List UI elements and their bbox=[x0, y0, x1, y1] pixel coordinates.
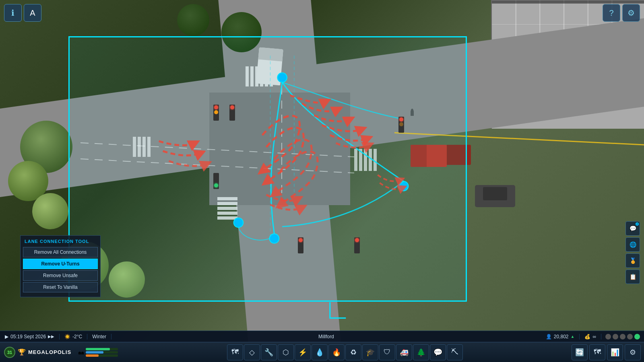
status-bar: ▶ 05:19 Sept 2026 ▶▶ ☀️ -2°C Winter Mill… bbox=[0, 331, 644, 342]
commercial-bar-bg bbox=[86, 351, 118, 354]
status-dot-4[interactable] bbox=[627, 334, 633, 339]
help-button[interactable]: ? bbox=[603, 4, 620, 22]
selection-box bbox=[68, 36, 467, 302]
achievements-icon: 🏅 bbox=[630, 257, 636, 264]
education-tool[interactable]: 🎓 bbox=[362, 344, 378, 360]
notification-badge: 2 bbox=[636, 222, 639, 226]
districts-tool[interactable]: ◇ bbox=[244, 344, 260, 360]
pop-icon: 🏘 bbox=[78, 349, 84, 356]
temperature-text: -2°C bbox=[72, 334, 82, 339]
residential-bar-bg bbox=[86, 348, 118, 350]
settings-top-button[interactable]: ⚙ bbox=[622, 4, 640, 22]
lane-tool-title: LANE CONNECTION TOOL bbox=[23, 239, 98, 244]
status-dot-1[interactable] bbox=[605, 334, 611, 339]
season-display: Winter bbox=[87, 334, 111, 339]
commercial-bar-fill bbox=[86, 351, 103, 354]
weather-display: ☀️ -2°C bbox=[60, 334, 87, 339]
industrial-bar-bg bbox=[86, 354, 118, 357]
main-toolbar: 🗺 ◇ 🔧 ⬡ ⚡ 💧 🔥 ♻ 🎓 🛡 🚑 🌲 💬 ⛏ bbox=[121, 344, 568, 360]
weather-icon: ☀️ bbox=[64, 334, 70, 339]
taskbar: 31 🏆 MEGALOPOLIS 🏘 🗺 ◇ 🔧 ⬡ ⚡ 💧 🔥 ♻ 🎓 🛡 bbox=[0, 342, 644, 362]
money-text: ∞ bbox=[592, 334, 596, 339]
city-name-text: Millford bbox=[318, 334, 334, 339]
level-number: 31 bbox=[4, 347, 15, 358]
notes-icon: 📋 bbox=[630, 274, 636, 280]
settings-tool[interactable]: ⚙ bbox=[625, 344, 641, 360]
residential-bar-fill bbox=[86, 348, 110, 350]
globe-button[interactable]: 🌐 bbox=[625, 237, 640, 252]
notification-icon: 💬 bbox=[630, 225, 636, 232]
status-dot-2[interactable] bbox=[613, 334, 618, 339]
city-name-label: MEGALOPOLIS bbox=[28, 349, 71, 355]
garbage-tool[interactable]: ♻ bbox=[345, 344, 361, 360]
map-tool[interactable]: 🗺 bbox=[589, 344, 605, 360]
remove-u-turns-button[interactable]: Remove U-Turns bbox=[23, 259, 98, 269]
status-dot-3[interactable] bbox=[620, 334, 625, 339]
stats-tool[interactable]: 📊 bbox=[607, 344, 623, 360]
city-level-badge: 31 🏆 MEGALOPOLIS bbox=[0, 347, 75, 358]
lane-connection-tool-panel: LANE CONNECTION TOOL Remove All Connecti… bbox=[20, 235, 101, 297]
person-icon: 👤 bbox=[546, 334, 552, 339]
top-left-controls: ℹ A bbox=[4, 4, 41, 22]
time-text: 05:19 Sept 2026 bbox=[10, 334, 46, 339]
right-toolbar: 🔄 🗺 📊 ⚙ bbox=[568, 344, 644, 360]
achievements-button[interactable]: 🏅 bbox=[625, 253, 640, 268]
help-icon: ? bbox=[609, 8, 613, 18]
trophy-icon: 🏆 bbox=[18, 348, 26, 356]
parks-tool[interactable]: 🌲 bbox=[413, 344, 429, 360]
transport-tool[interactable]: 💬 bbox=[430, 344, 446, 360]
trend-icon: ▲ bbox=[571, 334, 575, 339]
industry-tool[interactable]: ⛏ bbox=[447, 344, 463, 360]
settings-top-icon: ⚙ bbox=[627, 8, 635, 18]
zoning-tool[interactable]: 🗺 bbox=[227, 344, 243, 360]
fast-forward-icon[interactable]: ▶▶ bbox=[48, 334, 54, 339]
city-display: Millford bbox=[111, 334, 541, 339]
money-display: 💰 ∞ bbox=[580, 334, 601, 339]
undo-tool[interactable]: 🔄 bbox=[572, 344, 588, 360]
info-icon: ℹ bbox=[11, 8, 14, 18]
top-right-controls: ? ⚙ bbox=[603, 4, 640, 22]
notes-button[interactable]: 📋 bbox=[625, 269, 640, 284]
industrial-bar-fill bbox=[86, 354, 99, 357]
police-tool[interactable]: 🛡 bbox=[379, 344, 395, 360]
medical-tool[interactable]: 🚑 bbox=[396, 344, 412, 360]
notification-button[interactable]: 💬 2 bbox=[625, 221, 640, 236]
roads-tool[interactable]: 🔧 bbox=[261, 344, 277, 360]
water-tool[interactable]: 💧 bbox=[312, 344, 328, 360]
reset-to-vanilla-button[interactable]: Reset To Vanilla bbox=[23, 282, 98, 292]
right-panel: 💬 2 🌐 🏅 📋 bbox=[625, 221, 640, 284]
time-display: ▶ 05:19 Sept 2026 ▶▶ bbox=[0, 334, 60, 339]
population-display: 👤 20,802 ▲ bbox=[541, 334, 580, 339]
advisor-icon: A bbox=[30, 8, 35, 18]
play-icon[interactable]: ▶ bbox=[5, 334, 8, 339]
info-button[interactable]: ℹ bbox=[4, 4, 22, 22]
status-dot-5[interactable] bbox=[634, 334, 640, 339]
electricity-tool[interactable]: ⚡ bbox=[295, 344, 311, 360]
population-text: 20,802 bbox=[554, 334, 569, 339]
money-icon: 💰 bbox=[584, 334, 590, 339]
fire-tool[interactable]: 🔥 bbox=[328, 344, 345, 360]
season-text: Winter bbox=[92, 334, 106, 339]
globe-icon: 🌐 bbox=[630, 241, 636, 248]
advisor-button[interactable]: A bbox=[24, 4, 41, 22]
population-bars: 🏘 bbox=[75, 348, 121, 357]
remove-unsafe-button[interactable]: Remove Unsafe bbox=[23, 270, 98, 281]
misc-tool[interactable]: ⬡ bbox=[278, 344, 294, 360]
remove-all-connections-button[interactable]: Remove All Connections bbox=[23, 247, 98, 257]
